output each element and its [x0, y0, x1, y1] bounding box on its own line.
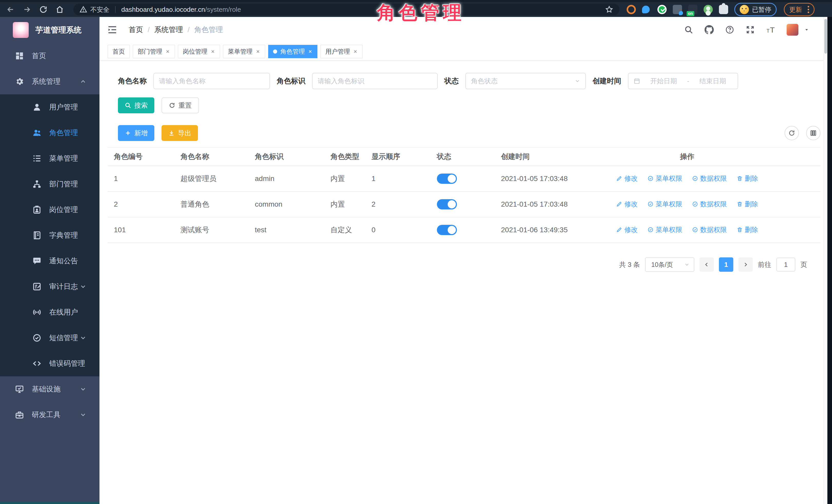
- extensions-puzzle-icon[interactable]: [719, 5, 728, 14]
- export-button[interactable]: 导出: [161, 125, 198, 141]
- sidebar-item-posts[interactable]: 岗位管理: [0, 197, 100, 222]
- tab-label: 菜单管理: [228, 47, 253, 56]
- url-path[interactable]: /system/role: [205, 6, 241, 14]
- sidebar-item-audit-log[interactable]: 审计日志: [0, 274, 100, 299]
- hamburger-icon[interactable]: [107, 25, 118, 35]
- sidebar-item-users[interactable]: 用户管理: [0, 94, 100, 120]
- tab-roles[interactable]: 角色管理: [268, 45, 317, 58]
- menu-permission-link[interactable]: 菜单权限: [647, 174, 682, 183]
- sidebar-item-sms[interactable]: 短信管理: [0, 325, 100, 351]
- help-icon[interactable]: [725, 25, 734, 34]
- sidebar-item-departments[interactable]: 部门管理: [0, 171, 100, 197]
- goto-page-input[interactable]: [776, 258, 795, 271]
- sidebar: 芋道管理系统 首页 系统管理 用户管理 角色管理 菜单管理 部门管理 岗位管理: [0, 17, 100, 504]
- profile-paused-button[interactable]: 已暂停: [734, 3, 777, 16]
- sidebar-item-label: 岗位管理: [49, 205, 78, 215]
- close-icon[interactable]: [308, 49, 313, 54]
- tab-home[interactable]: 首页: [108, 45, 130, 58]
- chevron-down-icon: [575, 78, 580, 84]
- sidebar-item-home[interactable]: 首页: [0, 43, 100, 69]
- status-toggle[interactable]: [437, 174, 457, 184]
- extension-person-icon[interactable]: [704, 5, 713, 14]
- close-icon[interactable]: [353, 49, 358, 54]
- reset-button[interactable]: 重置: [161, 98, 199, 113]
- reload-icon[interactable]: [39, 5, 48, 14]
- tab-departments[interactable]: 部门管理: [133, 45, 175, 58]
- refresh-table-button[interactable]: [785, 126, 799, 140]
- avatar-caret-icon[interactable]: [804, 27, 809, 32]
- extension-on-icon[interactable]: on: [688, 5, 697, 14]
- scrollbar-track[interactable]: [824, 17, 827, 504]
- extension-check-icon[interactable]: [657, 5, 667, 14]
- status-select[interactable]: 角色状态: [465, 73, 586, 89]
- tab-posts[interactable]: 岗位管理: [178, 45, 220, 58]
- tab-users[interactable]: 用户管理: [320, 45, 363, 58]
- close-icon[interactable]: [165, 49, 170, 54]
- close-icon[interactable]: [210, 49, 215, 54]
- extension-drop-icon[interactable]: [642, 5, 651, 14]
- sidebar-item-error-codes[interactable]: 错误码管理: [0, 351, 100, 376]
- chrome-menu-icon[interactable]: [808, 6, 809, 13]
- extension-cluster-icon[interactable]: [673, 5, 682, 14]
- cell-role-id: 1: [108, 166, 174, 191]
- url-bar[interactable]: 不安全 dashboard.yudao.iocoder.cn /system/r…: [73, 4, 620, 16]
- status-toggle[interactable]: [437, 225, 457, 235]
- role-key-input[interactable]: [318, 77, 432, 85]
- edit-link[interactable]: 修改: [616, 174, 638, 183]
- bookmark-star-icon[interactable]: [605, 5, 613, 14]
- scrollbar-thumb[interactable]: [824, 19, 827, 54]
- url-host[interactable]: dashboard.yudao.iocoder.cn: [121, 6, 205, 14]
- github-icon[interactable]: [705, 25, 714, 34]
- tab-menus[interactable]: 菜单管理: [223, 45, 265, 58]
- chevron-down-icon: [79, 283, 87, 290]
- sidebar-item-menus[interactable]: 菜单管理: [0, 145, 100, 171]
- home-icon[interactable]: [55, 5, 64, 14]
- column-settings-button[interactable]: [806, 126, 821, 140]
- font-size-icon[interactable]: TT: [766, 25, 775, 34]
- breadcrumb-system[interactable]: 系统管理: [154, 25, 183, 35]
- back-icon[interactable]: [6, 5, 15, 14]
- close-icon[interactable]: [256, 49, 260, 54]
- role-name-input[interactable]: [159, 77, 264, 85]
- date-range-picker[interactable]: 开始日期 - 结束日期: [628, 73, 738, 89]
- breadcrumb-home[interactable]: 首页: [129, 25, 143, 35]
- security-label[interactable]: 不安全: [90, 5, 109, 14]
- sidebar-item-notices[interactable]: 通知公告: [0, 248, 100, 274]
- chevron-down-icon: [79, 386, 87, 393]
- edit-link[interactable]: 修改: [616, 226, 638, 234]
- sidebar-item-roles[interactable]: 角色管理: [0, 120, 100, 145]
- delete-link[interactable]: 删除: [737, 174, 758, 183]
- page-size-select[interactable]: 10条/页: [645, 257, 694, 272]
- add-button[interactable]: 新增: [118, 125, 154, 141]
- fullscreen-icon[interactable]: [746, 25, 755, 34]
- end-date-placeholder[interactable]: 结束日期: [693, 77, 732, 86]
- status-toggle[interactable]: [437, 199, 457, 209]
- page-1-button[interactable]: 1: [719, 257, 733, 272]
- sidebar-item-system[interactable]: 系统管理: [0, 69, 100, 94]
- next-page-button[interactable]: [738, 257, 753, 272]
- active-dot: [273, 50, 277, 54]
- data-permission-link[interactable]: 数据权限: [692, 174, 727, 183]
- delete-link[interactable]: 删除: [737, 226, 758, 234]
- user-avatar[interactable]: [787, 24, 799, 36]
- search-icon[interactable]: [684, 25, 693, 34]
- prev-page-button[interactable]: [699, 257, 714, 272]
- logo[interactable]: 芋道管理系统: [0, 17, 100, 43]
- data-permission-link[interactable]: 数据权限: [692, 200, 727, 209]
- cell-role-id: 2: [108, 191, 174, 217]
- data-permission-link[interactable]: 数据权限: [692, 226, 727, 234]
- forward-icon[interactable]: [23, 5, 31, 14]
- edit-link[interactable]: 修改: [616, 200, 638, 209]
- delete-link[interactable]: 删除: [737, 200, 758, 209]
- sidebar-item-infrastructure[interactable]: 基础设施: [0, 376, 100, 402]
- sidebar-item-online-users[interactable]: 在线用户: [0, 299, 100, 325]
- menu-permission-label: 菜单权限: [656, 226, 682, 234]
- sidebar-item-dev-tools[interactable]: 研发工具: [0, 402, 100, 428]
- extension-ring-icon[interactable]: [627, 5, 636, 14]
- menu-permission-link[interactable]: 菜单权限: [647, 200, 682, 209]
- search-button[interactable]: 搜索: [118, 98, 154, 113]
- sidebar-item-dicts[interactable]: 字典管理: [0, 222, 100, 248]
- menu-permission-link[interactable]: 菜单权限: [647, 226, 682, 234]
- start-date-placeholder[interactable]: 开始日期: [644, 77, 683, 86]
- update-button[interactable]: 更新: [784, 3, 814, 16]
